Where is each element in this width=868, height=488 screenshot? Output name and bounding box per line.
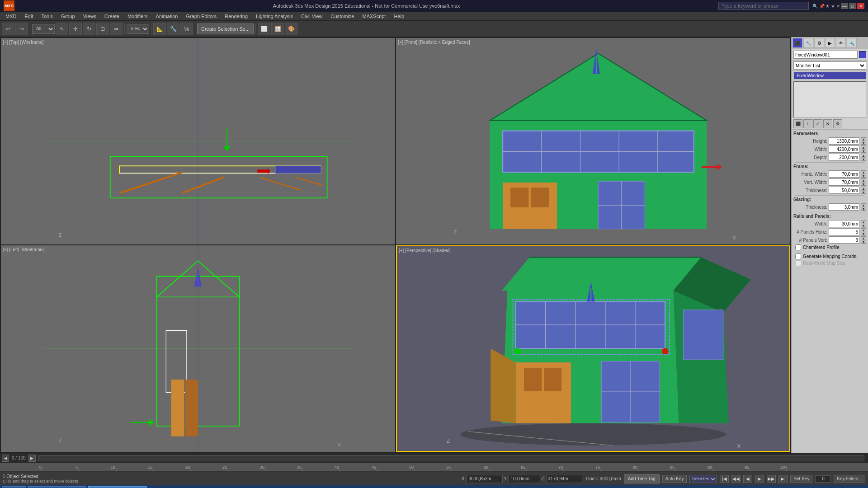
angle-snap-btn[interactable]: 🔧 bbox=[167, 23, 179, 35]
prev-key-button[interactable]: ◀◀ bbox=[731, 475, 741, 483]
menu-group[interactable]: Group bbox=[57, 13, 79, 20]
panel-modify-icon[interactable]: 🔧 bbox=[803, 38, 813, 48]
viewport-front[interactable]: [+] [Front] [Realistic + Edged Faces] bbox=[396, 38, 790, 244]
menu-modifiers[interactable]: Modifiers bbox=[124, 13, 151, 20]
horiz-width-input[interactable] bbox=[829, 170, 859, 178]
panel-motion-icon[interactable]: ▶ bbox=[825, 38, 835, 48]
panel-create-icon[interactable]: ⬛ bbox=[793, 38, 802, 48]
vert-width-input[interactable] bbox=[829, 178, 859, 186]
menu-edit[interactable]: Edit bbox=[21, 13, 37, 20]
frame-input[interactable] bbox=[815, 475, 831, 483]
chamfered-checkbox[interactable] bbox=[795, 244, 801, 250]
glazing-thickness-spinner[interactable]: ▲▼ bbox=[861, 203, 866, 211]
width-spinner[interactable]: ▲▼ bbox=[861, 145, 866, 153]
add-time-tag-button[interactable]: Add Time Tag bbox=[624, 474, 660, 483]
panels-horiz-input[interactable] bbox=[829, 228, 859, 235]
menu-views[interactable]: Views bbox=[80, 13, 100, 20]
y-input[interactable] bbox=[509, 475, 540, 483]
height-input[interactable] bbox=[829, 137, 859, 145]
frame-thickness-spinner[interactable]: ▲▼ bbox=[861, 187, 866, 194]
move-button[interactable]: ✛ bbox=[69, 23, 82, 35]
menu-mxd[interactable]: MXD bbox=[2, 13, 20, 20]
play-forward-button[interactable]: ▶ bbox=[755, 475, 764, 483]
menu-maxscript[interactable]: MAXScript bbox=[359, 13, 389, 20]
panels-horiz-spinner[interactable]: ▲▼ bbox=[861, 228, 866, 235]
viewport-top-svg: Z bbox=[1, 38, 395, 244]
prev-frame-button[interactable]: |◀ bbox=[720, 475, 729, 483]
depth-spinner[interactable]: ▲▼ bbox=[861, 154, 866, 161]
timeline-prev-button[interactable]: ◀ bbox=[2, 455, 9, 462]
modifier-list-dropdown[interactable]: Modifier List bbox=[793, 61, 866, 70]
subobj-icon-2[interactable]: I bbox=[803, 119, 812, 128]
glazing-thickness-input[interactable] bbox=[829, 203, 859, 211]
mirror-button[interactable]: ⇔ bbox=[110, 23, 123, 35]
menu-graph-editors[interactable]: Graph Editors bbox=[182, 13, 220, 20]
viewport-left[interactable]: [+] [Left] [Wireframe] Z bbox=[1, 245, 395, 452]
snap-btn[interactable]: 📐 bbox=[153, 23, 166, 35]
icon-bar: 🔍 📌 ★ ★ ✕ bbox=[812, 4, 840, 9]
vert-width-spinner[interactable]: ▲▼ bbox=[861, 178, 866, 186]
rails-width-input[interactable] bbox=[829, 220, 859, 227]
menu-rendering[interactable]: Rendering bbox=[221, 13, 251, 20]
viewport-perspective[interactable]: [+] [Perspective] [Shaded] bbox=[396, 245, 790, 452]
minimize-button[interactable]: — bbox=[841, 3, 848, 9]
start-button[interactable]: 🪟 Пуск bbox=[2, 486, 26, 488]
rails-width-spinner[interactable]: ▲▼ bbox=[861, 220, 866, 227]
z-input[interactable] bbox=[546, 475, 582, 483]
create-selection-button[interactable]: Create Selection Se... bbox=[197, 23, 254, 34]
paint-btn[interactable]: 🎨 bbox=[285, 23, 297, 35]
subobj-icon-1[interactable]: ⬛ bbox=[793, 119, 802, 128]
panel-utilities-icon[interactable]: 🔩 bbox=[847, 38, 857, 48]
menu-help[interactable]: Help bbox=[390, 13, 408, 20]
redo-button[interactable]: ↪ bbox=[15, 23, 28, 35]
timeline-track[interactable] bbox=[38, 455, 864, 461]
panel-hierarchy-icon[interactable]: ⚙ bbox=[814, 38, 824, 48]
mapping-checkbox[interactable] bbox=[795, 253, 801, 259]
panels-vert-spinner[interactable]: ▲▼ bbox=[861, 236, 866, 244]
depth-input[interactable] bbox=[829, 154, 859, 161]
width-input[interactable] bbox=[829, 145, 859, 153]
scale-button[interactable]: ⊡ bbox=[96, 23, 109, 35]
next-key-button[interactable]: ▶▶ bbox=[767, 475, 776, 483]
timeline-next-button[interactable]: ▶ bbox=[28, 455, 36, 462]
modifier-item-fixed-window[interactable]: FixedWindow bbox=[793, 72, 866, 80]
search-input[interactable] bbox=[718, 2, 809, 10]
key-filters-button[interactable]: Key Filters... bbox=[834, 475, 865, 483]
panel-display-icon[interactable]: 👁 bbox=[836, 38, 846, 48]
menu-customize[interactable]: Customize bbox=[327, 13, 358, 20]
close-button[interactable]: ✕ bbox=[857, 3, 864, 9]
menu-civil[interactable]: Civil View bbox=[297, 13, 326, 20]
object-color-box[interactable] bbox=[859, 51, 866, 58]
viewport-top[interactable]: [+] [Top] [Wireframe] bbox=[1, 38, 395, 244]
animation-mode-select[interactable]: Selected bbox=[689, 475, 717, 483]
rotate-button[interactable]: ↻ bbox=[83, 23, 95, 35]
view-dropdown[interactable]: View bbox=[127, 24, 149, 34]
taskbar-item-max[interactable]: 🗂 учебный.max - Auto... bbox=[88, 486, 147, 488]
play-back-button[interactable]: ◀ bbox=[743, 475, 752, 483]
auto-key-button[interactable]: Auto Key bbox=[662, 475, 687, 483]
menu-create[interactable]: Create bbox=[101, 13, 123, 20]
subobj-icon-4[interactable]: ✕ bbox=[823, 119, 832, 128]
x-input[interactable] bbox=[467, 475, 503, 483]
taskbar-item-splin[interactable]: Splin-моделирование-... bbox=[28, 486, 86, 488]
subobj-icon-3[interactable]: ✓ bbox=[813, 119, 822, 128]
select-button[interactable]: ↖ bbox=[56, 23, 68, 35]
panels-vert-input[interactable] bbox=[829, 236, 859, 244]
filter-dropdown[interactable]: All bbox=[32, 24, 55, 34]
horiz-width-spinner[interactable]: ▲▼ bbox=[861, 170, 866, 178]
object-name-input[interactable] bbox=[793, 51, 858, 59]
set-key-button[interactable]: Set Key bbox=[790, 475, 812, 483]
undo-button[interactable]: ↩ bbox=[2, 23, 14, 35]
menu-lighting[interactable]: Lighting Analysis bbox=[252, 13, 297, 20]
realworld-checkbox[interactable] bbox=[795, 260, 801, 266]
menu-animation[interactable]: Animation bbox=[152, 13, 182, 20]
subobj-icon-5[interactable]: ⚙ bbox=[833, 119, 842, 128]
height-spinner[interactable]: ▲▼ bbox=[861, 137, 866, 145]
next-frame-button[interactable]: ▶| bbox=[778, 475, 788, 483]
maximize-button[interactable]: □ bbox=[849, 3, 856, 9]
window-btn[interactable]: 🪟 bbox=[271, 23, 284, 35]
percent-snap-btn[interactable]: % bbox=[180, 23, 193, 35]
frame-thickness-input[interactable] bbox=[829, 187, 859, 194]
select-region-btn[interactable]: ⬜ bbox=[258, 23, 270, 35]
menu-tools[interactable]: Tools bbox=[38, 13, 57, 20]
